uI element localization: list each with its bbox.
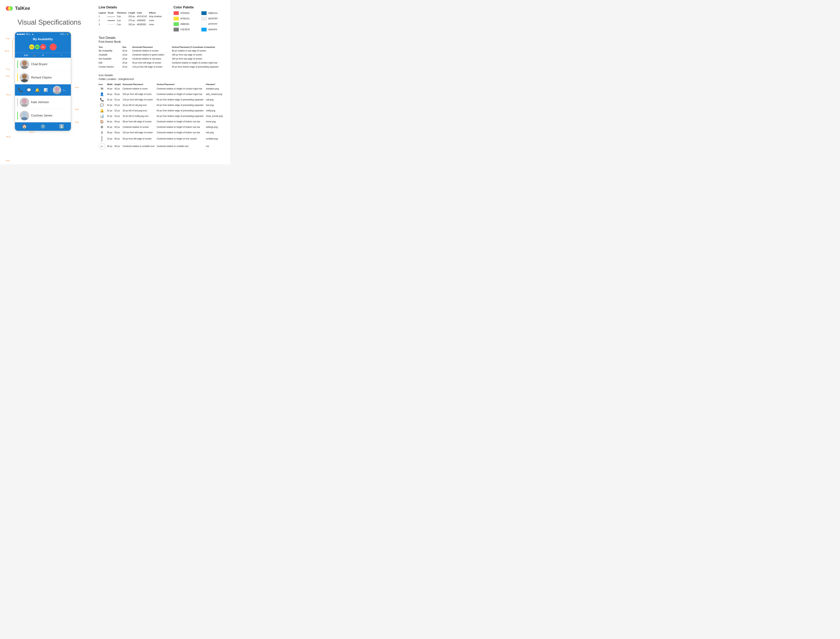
avail-circle-red[interactable]: 86 pt (40, 44, 46, 50)
line-3-visual (108, 22, 117, 27)
line-1-effects: drop shadow (149, 14, 164, 18)
text-icon[interactable]: 💬 (25, 87, 32, 93)
color-grid: #FD5353 #086CAA #FDE231 #EFEFEF (173, 11, 224, 32)
avatar-kate-partial (53, 86, 61, 94)
color-hex-lightblue: #09A4F6 (208, 28, 217, 31)
col-effects: Effects (149, 11, 164, 14)
action-icons-row: 📞 💬 🔔 📊 L... (15, 84, 71, 96)
swatch-red (173, 11, 179, 15)
bolt-icon: ⚡ (67, 33, 69, 35)
icon-pic: pic (99, 142, 107, 150)
line-3-length: 320 px (128, 22, 137, 27)
info-nav-icon[interactable]: ℹ️ (59, 124, 64, 129)
icon-call-vplace: 64 px from bottom edge of preceeding sep… (157, 97, 206, 102)
line-row-1: 1 3 px 320 px #ACACAC drop shadow (99, 14, 164, 18)
color-green: #6BE461 (173, 22, 197, 26)
icon-settings-filename: settings.png (206, 124, 224, 130)
contact-row-courtney[interactable]: Courtney James (15, 109, 71, 122)
notify-icon[interactable]: 🔔 (34, 87, 41, 93)
edit-button[interactable]: Edit (24, 54, 28, 57)
icon-details-table: Icon Width Height Horizontal Placement V… (99, 83, 224, 150)
phone: BELL ▲ 82% ▪ ⚡ My Availability (14, 32, 71, 131)
avatar-kate (20, 97, 29, 107)
color-hex-white: #FFFFFF (208, 23, 218, 25)
line-3-color: #B2B2B2 (137, 22, 149, 27)
text-details-font: Font Avenir Book (99, 40, 121, 43)
dim-inner-160: 160 (33, 55, 36, 57)
swatch-white (201, 22, 207, 26)
color-lightblue: #09A4F6 (201, 27, 224, 32)
envelope-button[interactable]: ✉ (42, 54, 44, 56)
dim-760px: 760 px (6, 136, 11, 138)
dot5 (23, 33, 25, 35)
icon-notify: 🔔 (99, 108, 107, 113)
text-details-main-title: Text Details (99, 36, 116, 40)
tr-size-4: 26 pt (123, 61, 132, 65)
tr-text-2: Available (99, 53, 123, 57)
icon-text-width: 52 px (107, 102, 115, 108)
line-2-visual (108, 18, 117, 22)
color-red: #FD5353 (173, 11, 197, 15)
status-bar: BELL ▲ 82% ▪ ⚡ (15, 32, 71, 36)
home-nav-icon[interactable]: 🏠 (22, 124, 27, 129)
tr-text-1: My Availability (99, 49, 123, 53)
person-plus-icon: 👤+ (58, 54, 62, 56)
icon-envelope: ✉ (99, 86, 107, 91)
icon-details-main: Icon Details (99, 73, 113, 77)
contact-row-richard[interactable]: Richard Clayton (15, 71, 71, 84)
icon-env-width: 44 px (107, 86, 115, 91)
col-length: Length (128, 11, 137, 14)
contact-row-chad[interactable]: Chad Bryant (15, 58, 71, 71)
availability-bar: 54 pt 60 pt 86 pt (15, 42, 71, 52)
dot3 (20, 33, 21, 35)
line-3-legend: 3 (99, 22, 108, 27)
dim-40px-r: 40 px (75, 121, 79, 123)
trends-icon[interactable]: 📊 (42, 87, 49, 93)
icon-row-settings: ⚙ 60 px 60 px Centered relative to scree… (99, 124, 224, 130)
line-1-color: #ACACAC (137, 14, 149, 18)
icon-home-filename: home.png (206, 119, 224, 124)
avail-circle-yellow[interactable]: 54 pt (29, 45, 34, 49)
tr-hplace-4: 40 px from left edge of screen (132, 61, 172, 65)
settings-nav-icon[interactable]: ⚙️ (41, 124, 46, 129)
icon-info-vplace: Cetnered relative to height of bottom na… (157, 130, 206, 135)
icon-row-pic: pic 90 px 90 px Centered relative to scr… (99, 142, 224, 150)
color-blue: #086CAA (201, 11, 224, 15)
icon-scribble (99, 135, 107, 142)
tr-vplace-2: 190 px from top edge of screen (172, 53, 224, 57)
phone-mockup-container: 40 px 160 px 70 px 80 px 130 px 760 px 6… (14, 32, 71, 131)
tr-vplace-1: 80 px relative to top edge of screen (172, 49, 224, 53)
icon-call-width: 52 px (107, 97, 115, 102)
big-red-dot[interactable] (50, 43, 57, 50)
contact-row-kate[interactable]: Kate Johnson (15, 96, 71, 109)
icon-text-height: 52 px (115, 102, 123, 108)
text-details-title: Text Details Font Avenir Book (99, 36, 224, 44)
icon-home-vplace: Centered relative to height of bottom na… (157, 119, 206, 124)
line-2-legend: 2 (99, 18, 108, 22)
avail-circle-green[interactable]: 60 pt (35, 45, 40, 49)
call-icon[interactable]: 📞 (17, 87, 24, 93)
top-specs: Line Details Legend Visual Thickness Len… (99, 5, 224, 32)
line-2-thickness: 2 px (117, 18, 128, 22)
id-col-hplace: Horizontal Placement (123, 83, 157, 86)
icon-row-scribble: 10 px 90 px 56 px from left edge of scre… (99, 135, 224, 142)
bottom-nav: 🏠 ⚙️ ℹ️ (15, 122, 71, 131)
icon-row-trends: 📊 52 px 52 px 20 px left of notify.png i… (99, 113, 224, 119)
id-col-icon: Icon (99, 83, 107, 86)
col-legend: Legend (99, 11, 108, 14)
tr-size-2: 18 pt (123, 53, 132, 57)
icon-trends-vplace: 64 px from bottom edge of preceeding sep… (157, 113, 206, 119)
icon-trends: 📊 (99, 113, 107, 119)
swatch-efefef (201, 17, 207, 21)
td-col-text: Text (99, 46, 123, 49)
icon-settings-vplace: Centered relative to height of bottom na… (157, 124, 206, 130)
icon-scribble-height: 90 px (115, 135, 123, 142)
phone-header: My Availability (15, 36, 71, 42)
dot1 (17, 33, 18, 35)
id-col-vplace: Vertical Placement (157, 83, 206, 86)
indicator-courtney (17, 111, 18, 119)
color-efefef: #EFEFEF (201, 17, 224, 21)
tr-vplace-5: 40 px from bottom edge of preceeding sep… (172, 65, 224, 69)
add-contact-button[interactable]: 👤+ (58, 54, 62, 56)
color-white: #FFFFFF (201, 22, 224, 26)
